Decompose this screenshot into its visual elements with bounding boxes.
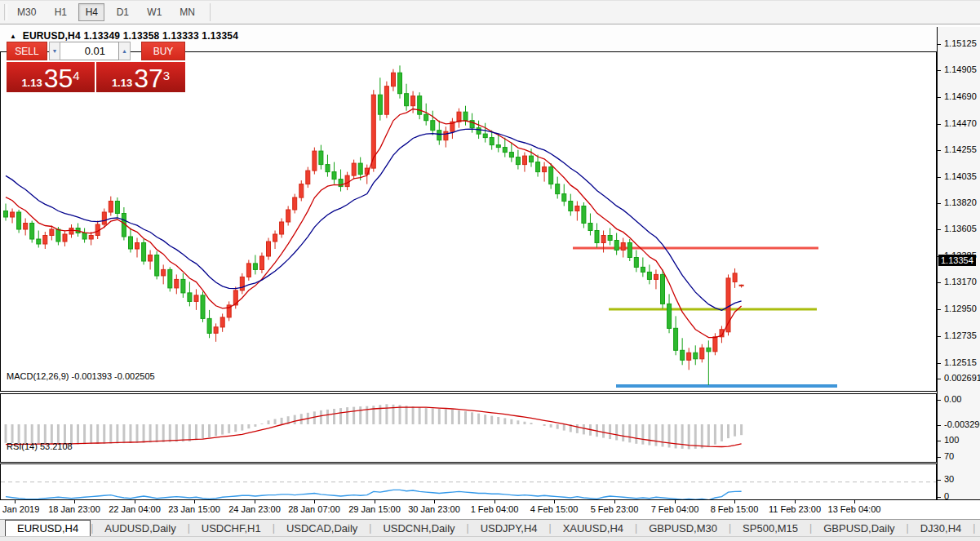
macd-axis-label: 0.002691 [944,373,980,383]
timeframe-button-mn[interactable]: MN [173,3,202,21]
time-axis-tick [15,500,16,503]
volume-input[interactable] [60,42,119,60]
price-axis-label-tick [938,282,941,283]
timeframe-button-d1[interactable]: D1 [109,3,135,21]
price-axis-label-tick [938,363,941,364]
time-axis[interactable]: 17 Jan 201918 Jan 23:0022 Jan 04:0023 Ja… [0,499,980,519]
time-axis-label: 13 Feb 04:00 [828,504,881,514]
rsi-indicator-label: RSI(14) 53.2108 [7,441,73,451]
chart-tab-usdcnh-daily[interactable]: USDCNH,Daily [371,520,466,536]
timeframe-button-h1[interactable]: H1 [47,3,73,21]
sell-button[interactable]: SELL [7,42,47,60]
collapse-panel-icon[interactable]: ▲ [10,33,16,40]
time-axis-tick [494,500,495,503]
price-axis-label: 1.14905 [944,64,977,74]
chart-tab-xauusd-h4[interactable]: XAUUSD,H4 [552,520,635,536]
buy-button[interactable]: BUY [141,42,185,60]
time-axis-label: 30 Jan 23:00 [408,504,460,514]
price-axis-label: 1.14255 [944,144,977,154]
chart-tab-gbpusd-m30[interactable]: GBPUSD,M30 [637,520,729,536]
price-axis-label-tick [938,177,941,178]
chart-tab-eurusd-h4[interactable]: EURUSD,H4 [5,520,91,536]
timeframe-button-h4[interactable]: H4 [78,3,104,21]
time-axis-label: 17 Jan 2019 [0,504,39,514]
macd-axis-label: -0.003296 [944,419,980,429]
bottom-strip [0,536,980,541]
chart-tab-tech100-h1[interactable]: TECH100,H1 [975,520,980,536]
macd-panel[interactable] [1,394,937,463]
price-axis-label-tick [938,150,941,151]
volume-decrease-button[interactable]: ▼ [49,42,60,60]
price-chart-canvas[interactable] [0,24,937,524]
time-axis-label: 8 Feb 15:00 [711,504,759,514]
time-axis-label: 11 Feb 23:00 [769,504,821,514]
timeframe-button-w1[interactable]: W1 [140,3,168,21]
buy-price-prefix: 1.13 [112,76,132,90]
price-axis-label: 1.13820 [944,197,977,207]
price-axis-label: 1.13170 [944,277,977,286]
macd-axis-label-tick [938,400,941,401]
sell-price-prefix: 1.13 [21,76,42,90]
timeframe-toolbar: M30H1H4D1W1MN [0,0,980,24]
macd-axis-label-tick [938,425,941,426]
buy-price-pip: 3 [163,72,170,80]
chart-tab-usdjpy-h4[interactable]: USDJPY,H4 [469,520,549,536]
chart-tab-usdchf-h1[interactable]: USDCHF,H1 [190,520,273,536]
time-axis-label: 7 Feb 04:00 [651,504,699,514]
sell-price-big: 35 [44,67,73,90]
price-axis-label-tick [938,203,941,204]
time-axis-tick [314,500,315,503]
price-axis-label: 1.15125 [944,38,977,48]
chart-tab-sp500-m15[interactable]: SP500,M15 [731,520,809,536]
chart-tab-audusd-daily[interactable]: AUDUSD,Daily [93,520,187,536]
chart-tab-gbpusd-daily[interactable]: GBPUSD,Daily [812,520,906,536]
toolbar-grip[interactable] [4,4,7,20]
price-axis-label: 1.13605 [944,224,977,233]
time-axis-label: 22 Jan 04:00 [109,504,161,514]
chart-title-bar: ▲ EURUSD,H4 1.13349 1.13358 1.13333 1.13… [10,30,238,42]
rsi-axis-label-tick [938,497,941,498]
macd-indicator-label: MACD(12,26,9) -0.001393 -0.002505 [7,371,155,381]
macd-axis-label-tick [938,379,941,379]
rsi-axis-label: 100 [944,435,959,445]
time-axis-tick [734,500,735,503]
rsi-axis-label-tick [938,441,941,441]
rsi-axis-label: 70 [944,451,954,461]
current-price-badge: 1.13354 [938,255,976,266]
rsi-axis-label: 0 [944,491,949,501]
price-axis-label-tick [938,229,941,230]
price-axis-label: 1.12950 [944,304,977,313]
time-axis-label: 5 Feb 23:00 [591,504,639,514]
price-axis-label-tick [938,44,941,45]
time-axis-tick [255,500,255,503]
price-axis-label-tick [938,336,941,337]
price-axis-label: 1.12735 [944,330,977,340]
time-axis-tick [554,500,555,503]
volume-increase-button[interactable]: ▲ [119,42,131,60]
timeframe-button-m30[interactable]: M30 [11,3,42,21]
chart-tab-bar: EURUSD,H4|AUDUSD,Daily|USDCHF,H1|USDCAD,… [0,519,980,536]
chart-tab-dj30-h4[interactable]: DJ30,H4 [909,520,973,536]
chart-window: ▲ EURUSD,H4 1.13349 1.13358 1.13333 1.13… [0,24,980,519]
sell-price-button[interactable]: 1.13 35 4 [7,62,95,92]
time-axis-tick [194,500,195,503]
price-axis[interactable]: 1.151251.149051.146901.144701.142551.140… [937,27,980,499]
price-axis-label: 1.14690 [944,91,977,101]
main-chart-panel[interactable] [1,52,937,392]
time-axis-tick [74,500,75,503]
price-axis-label: 1.14035 [944,171,977,181]
toolbar-separator [210,3,211,21]
sell-price-pip: 4 [73,72,79,80]
rsi-axis-label-tick [938,457,941,458]
time-axis-tick [795,500,796,503]
time-axis-label: 18 Jan 23:00 [48,504,100,514]
macd-axis-label: 0.00 [944,394,961,404]
chart-tab-usdcad-daily[interactable]: USDCAD,Daily [275,520,369,536]
price-axis-label-tick [938,309,941,310]
trading-platform-window: M30H1H4D1W1MN ▲ EURUSD,H4 1.13349 1.1335… [0,0,980,541]
time-axis-tick [614,500,615,503]
buy-price-button[interactable]: 1.13 37 3 [96,62,185,92]
time-axis-tick [675,500,676,503]
time-axis-label: 23 Jan 15:00 [168,504,220,514]
chart-ohlc-values: 1.13349 1.13358 1.13333 1.13354 [83,30,238,42]
